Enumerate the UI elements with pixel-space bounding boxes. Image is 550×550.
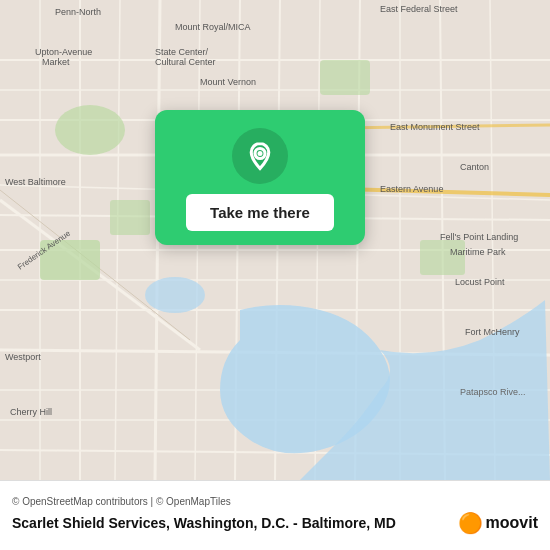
footer: © OpenStreetMap contributors | © OpenMap… <box>0 480 550 550</box>
svg-text:Penn-North: Penn-North <box>55 7 101 17</box>
svg-text:State Center/: State Center/ <box>155 47 209 57</box>
app: East Federal Street East Monument Street… <box>0 0 550 550</box>
svg-text:Fort McHenry: Fort McHenry <box>465 327 520 337</box>
svg-text:Mount Vernon: Mount Vernon <box>200 77 256 87</box>
svg-point-31 <box>55 105 125 155</box>
map-container: East Federal Street East Monument Street… <box>0 0 550 480</box>
svg-text:Eastern Avenue: Eastern Avenue <box>380 184 443 194</box>
svg-point-57 <box>258 151 263 156</box>
svg-text:Locust Point: Locust Point <box>455 277 505 287</box>
svg-text:Cultural Center: Cultural Center <box>155 57 216 67</box>
svg-rect-30 <box>110 200 150 235</box>
location-icon-wrap <box>232 128 288 184</box>
svg-text:Canton: Canton <box>460 162 489 172</box>
svg-rect-33 <box>420 240 465 275</box>
location-name: Scarlet Shield Services, Washington, D.C… <box>12 515 396 531</box>
copyright-text: © OpenStreetMap contributors | © OpenMap… <box>12 496 231 507</box>
take-me-there-button[interactable]: Take me there <box>186 194 334 231</box>
svg-text:Patapsco Rive...: Patapsco Rive... <box>460 387 526 397</box>
svg-text:Cherry Hill: Cherry Hill <box>10 407 52 417</box>
moovit-logo: 🟠 moovit <box>458 511 538 535</box>
svg-text:Fell's Point Landing: Fell's Point Landing <box>440 232 518 242</box>
svg-text:Maritime Park: Maritime Park <box>450 247 506 257</box>
action-card: Take me there <box>155 110 365 245</box>
svg-rect-32 <box>320 60 370 95</box>
moovit-icon: 🟠 <box>458 511 483 535</box>
svg-text:West Baltimore: West Baltimore <box>5 177 66 187</box>
svg-text:East Federal Street: East Federal Street <box>380 4 458 14</box>
svg-text:Mount Royal/MICA: Mount Royal/MICA <box>175 22 251 32</box>
svg-text:East Monument Street: East Monument Street <box>390 122 480 132</box>
moovit-label: moovit <box>486 514 538 532</box>
copyright-row: © OpenStreetMap contributors | © OpenMap… <box>12 496 538 507</box>
svg-point-28 <box>145 277 205 313</box>
svg-text:Market: Market <box>42 57 70 67</box>
svg-text:Westport: Westport <box>5 352 41 362</box>
svg-text:Upton-Avenue: Upton-Avenue <box>35 47 92 57</box>
location-row: Scarlet Shield Services, Washington, D.C… <box>12 511 538 535</box>
